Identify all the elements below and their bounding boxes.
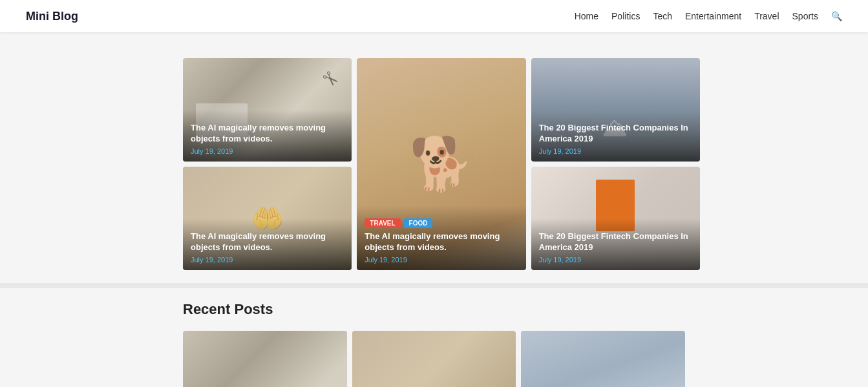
card-1-title: The AI magically removes moving objects … xyxy=(191,123,344,145)
recent-card-3[interactable] xyxy=(521,331,685,387)
featured-card-1[interactable]: The AI magically removes moving objects … xyxy=(183,58,352,162)
nav-entertainment[interactable]: Entertainment xyxy=(685,11,741,21)
recent-posts-title: Recent Posts xyxy=(183,301,685,318)
card-3-date: July 19, 2019 xyxy=(539,147,692,155)
main-nav: Home Politics Tech Entertainment Travel … xyxy=(575,11,842,21)
card-3-title: The 20 Biggest Fintech Companies In Amer… xyxy=(539,123,692,145)
recent-card-3-image xyxy=(521,331,685,387)
recent-card-1[interactable] xyxy=(183,331,347,387)
recent-posts-section: Recent Posts xyxy=(0,301,868,387)
featured-card-2[interactable]: TRAVEL FOOD The AI magically removes mov… xyxy=(357,58,525,270)
nav-home[interactable]: Home xyxy=(575,11,598,21)
featured-card-3[interactable]: The 20 Biggest Fintech Companies In Amer… xyxy=(531,58,700,162)
card-1-date: July 19, 2019 xyxy=(191,147,344,155)
featured-grid: The AI magically removes moving objects … xyxy=(183,58,700,270)
card-1-overlay: The AI magically removes moving objects … xyxy=(183,110,352,162)
nav-sports[interactable]: Sports xyxy=(792,11,818,21)
card-4-date: July 19, 2019 xyxy=(191,256,344,264)
card-5-date: July 19, 2019 xyxy=(539,256,692,264)
card-2-title: The AI magically removes moving objects … xyxy=(365,231,518,253)
featured-card-5[interactable]: The 20 Biggest Fintech Companies In Amer… xyxy=(531,167,700,270)
card-4-title: The AI magically removes moving objects … xyxy=(191,231,344,253)
nav-politics[interactable]: Politics xyxy=(611,11,640,21)
featured-card-4[interactable]: The AI magically removes moving objects … xyxy=(183,167,352,270)
recent-posts-grid xyxy=(183,331,685,387)
card-5-title: The 20 Biggest Fintech Companies In Amer… xyxy=(539,231,692,253)
card-4-overlay: The AI magically removes moving objects … xyxy=(183,218,352,270)
nav-tech[interactable]: Tech xyxy=(653,11,672,21)
card-2-overlay: TRAVEL FOOD The AI magically removes mov… xyxy=(357,205,525,270)
card-2-tags: TRAVEL FOOD xyxy=(365,218,518,228)
tag-travel: TRAVEL xyxy=(365,218,400,228)
section-divider xyxy=(0,283,868,288)
card-5-overlay: The 20 Biggest Fintech Companies In Amer… xyxy=(531,218,700,270)
recent-card-2-image xyxy=(352,331,516,387)
tag-food: FOOD xyxy=(404,218,433,228)
main-content: The AI magically removes moving objects … xyxy=(0,32,868,387)
nav-travel[interactable]: Travel xyxy=(754,11,779,21)
search-icon[interactable]: 🔍 xyxy=(831,11,842,21)
logo: Mini Blog xyxy=(26,10,78,23)
card-2-date: July 19, 2019 xyxy=(365,256,518,264)
card-3-overlay: The 20 Biggest Fintech Companies In Amer… xyxy=(531,110,700,162)
recent-card-1-image xyxy=(183,331,347,387)
recent-card-2[interactable] xyxy=(352,331,516,387)
header: Mini Blog Home Politics Tech Entertainme… xyxy=(0,0,868,32)
